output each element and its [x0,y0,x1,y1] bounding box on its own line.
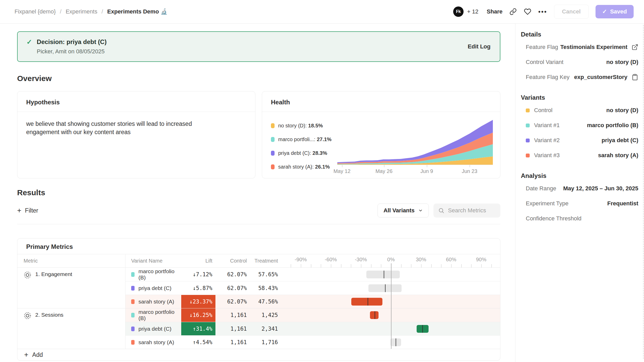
variant-row: marco portfolio (B)↓7.12%62.07%57.65% [125,268,500,281]
metric-group: 1. Engagementmarco portfolio (B)↓7.12%62… [17,267,500,308]
more-options-icon[interactable]: ••• [538,8,547,15]
lift-cell: ↑31.4% [181,322,215,335]
external-link-icon[interactable] [632,44,638,50]
health-chart: May 12May 26Jun 9Jun 23 [337,117,493,175]
sidebar-row-label: Variant #3 [534,152,560,159]
add-metric-button[interactable]: + Add [17,349,500,360]
metric-cell[interactable]: 1. Engagement [17,268,125,308]
edit-log-button[interactable]: Edit Log [468,43,491,50]
metric-target-icon [24,312,31,321]
variant-swatch [131,286,135,291]
breadcrumb-project[interactable]: Fixpanel {demo} [15,8,56,15]
collaborator-count: + 12 [467,8,478,15]
variant-name-cell: priya debt (C) [125,322,181,335]
lift-cell: ↓16.25% [181,308,215,322]
ci-chart-cell [281,295,500,308]
ci-mean-line [385,284,386,292]
favorite-heart-icon[interactable] [524,8,531,16]
metric-name: 2. Sessions [35,312,64,318]
saved-button[interactable]: ✓ Saved [596,5,634,18]
sidebar-row-value: Frequentist [607,200,638,207]
treatment-cell: 2,341 [250,322,281,335]
avatar[interactable]: Fk [453,6,464,17]
sidebar-row-value: priya debt (C) [601,137,638,144]
legend-item: marco portfoli...: 27.1% [271,136,337,142]
primary-metrics-title: Primary Metrics [17,238,500,254]
copy-link-icon[interactable] [509,8,517,16]
control-cell: 62.07% [215,281,250,295]
control-cell: 1,161 [215,336,250,349]
legend-item: priya debt (C): 28.3% [271,150,337,156]
variant-swatch [526,124,530,127]
ci-axis-label: 60% [446,257,456,263]
legend-item: no story (D): 18.5% [271,123,337,129]
variant-label: priya debt (C) [138,326,171,332]
variant-swatch [131,299,135,304]
clipboard-icon[interactable] [632,74,638,81]
variant-swatch [131,313,135,317]
ci-axis-label: 0% [387,257,395,263]
health-legend: no story (D): 18.5%marco portfoli...: 27… [271,117,337,175]
scrollbar-track[interactable] [643,25,644,359]
add-filter-button[interactable]: + Filter [17,207,38,214]
col-variant-name: Variant Name [125,258,181,264]
legend-item: sarah story (A): 26.1% [271,164,337,170]
ci-mean-line [396,338,396,346]
variant-row: sarah story (A)↓23.37%62.07%47.56% [125,295,500,308]
sidebar-row: Control Variantno story (D) [521,55,638,70]
ci-axis-tick [371,264,372,267]
decision-title: Decision: priya debt (C) [37,38,107,46]
ci-bar [370,311,379,319]
metric-target-icon [24,271,31,280]
ci-axis-tick [311,264,311,267]
legend-swatch [271,151,275,156]
breadcrumb: Fixpanel {demo} / Experiments / Experime… [15,8,167,15]
variants-dropdown[interactable]: All Variants [377,204,429,218]
plus-icon: + [17,207,21,214]
sidebar-row-label: Feature Flag [526,44,558,50]
sidebar-row-label: Variant #1 [534,122,560,129]
ci-axis-tick [461,264,462,267]
breadcrumb-experiments[interactable]: Experiments [66,8,97,15]
ci-chart-cell [281,281,500,295]
decision-text: Decision: priya debt (C) Picker, Amit on… [37,38,107,55]
ci-axis-label: 90% [476,257,486,263]
lift-cell: ↓23.37% [181,295,215,308]
ci-bar [366,271,400,278]
chart-x-axis: May 12May 26Jun 9Jun 23 [337,165,493,174]
ci-axis-tick [291,264,291,267]
variant-swatch [526,108,530,112]
hypothesis-title: Hypothesis [17,91,255,112]
treatment-cell: 1,425 [250,308,281,322]
cancel-button[interactable]: Cancel [554,5,589,19]
col-lift: Lift [181,258,215,264]
sidebar-row: Confidence Threshold [521,211,638,226]
sidebar-row-value: sarah story (A) [598,152,638,159]
share-button[interactable]: Share [487,8,502,15]
axis-tick-label: Jun 9 [421,168,433,174]
sidebar-row-value: marco portfolio (B) [587,122,638,129]
ci-axis-label: -60% [325,257,337,263]
plus-icon: + [24,351,28,358]
chevron-down-icon [418,208,423,213]
ci-axis-tick [431,264,432,267]
variant-label: marco portfolio (B) [138,309,181,321]
ci-axis-label: -30% [355,257,367,263]
primary-metrics-table: Metric Variant Name Lift Control Treatme… [17,254,500,349]
sidebar-row-value: exp_customerStory [574,74,627,81]
sidebar-row-value: May 12, 2025 – Jun 30, 2025 [563,185,638,192]
variant-name-cell: sarah story (A) [125,295,181,308]
col-metric: Metric [17,254,125,267]
search-metrics-input[interactable] [448,207,496,214]
sidebar-row: Date RangeMay 12, 2025 – Jun 30, 2025 [521,181,638,196]
col-treatment: Treatment [250,258,281,264]
metric-cell[interactable]: 2. Sessions [17,308,125,349]
ci-axis-tick [321,264,321,267]
lift-cell: ↑4.54% [181,336,215,349]
ci-mean-line [375,311,375,319]
sidebar-row-label: Control Variant [526,59,563,66]
top-bar: Fixpanel {demo} / Experiments / Experime… [0,0,644,24]
lift-cell: ↓7.12% [181,268,215,281]
ci-axis-tick [361,264,361,267]
analysis-heading: Analysis [521,172,638,179]
